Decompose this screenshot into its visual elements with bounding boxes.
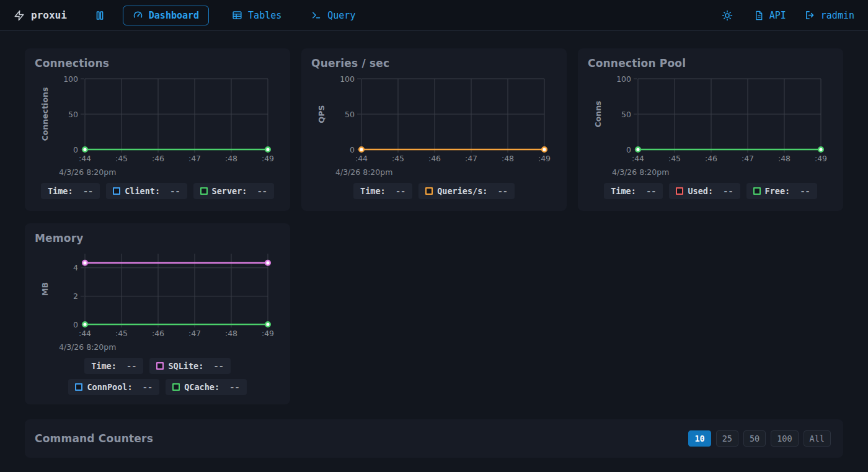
- svg-text::48: :48: [225, 329, 237, 338]
- connections-chart-canvas[interactable]: :44:45:46:47:48:49100500Connections: [25, 73, 290, 166]
- svg-text:50: 50: [68, 110, 78, 119]
- chart-legend: Time: --SQLite: --ConnPool: --QCache: --: [25, 358, 290, 395]
- svg-text::45: :45: [668, 154, 681, 163]
- legend-value: --: [214, 361, 224, 371]
- svg-text:Conns: Conns: [593, 101, 603, 128]
- chart-legend: Time: --Used: --Free: --: [578, 183, 843, 199]
- legend-item[interactable]: SQLite: --: [149, 358, 230, 374]
- tab-query[interactable]: Query: [304, 6, 362, 25]
- svg-text::47: :47: [742, 154, 754, 163]
- series-marker: [676, 187, 683, 195]
- top-navbar: proxui Dashboard Tables: [0, 0, 868, 31]
- page-size-button-25[interactable]: 25: [716, 430, 738, 447]
- legend-item[interactable]: QCache: --: [166, 379, 246, 395]
- svg-text:0: 0: [626, 145, 631, 154]
- pause-button[interactable]: [92, 7, 108, 24]
- card-title: Connections: [35, 57, 290, 69]
- page-size-button-all[interactable]: All: [804, 430, 831, 447]
- series-marker: [200, 187, 208, 195]
- legend-item[interactable]: Time: --: [353, 183, 412, 199]
- svg-text::48: :48: [502, 154, 514, 163]
- legend-item[interactable]: Server: --: [193, 183, 274, 199]
- svg-text:50: 50: [345, 110, 355, 119]
- legend-value: --: [498, 186, 508, 196]
- series-marker: [753, 187, 761, 195]
- nav-tabs: Dashboard Tables Query: [123, 6, 363, 25]
- svg-text:Connections: Connections: [40, 87, 50, 141]
- chart-date-label: 4/3/26 8:20pm: [59, 342, 290, 352]
- legend-label: Server:: [212, 186, 257, 196]
- legend-item[interactable]: Used: --: [669, 183, 740, 199]
- svg-text::44: :44: [355, 154, 368, 163]
- legend-value: --: [257, 186, 267, 196]
- legend-label: Queries/s:: [437, 186, 498, 196]
- tab-tables-label: Tables: [248, 10, 281, 21]
- legend-value: --: [143, 382, 153, 392]
- logout-link[interactable]: radmin: [805, 10, 854, 21]
- svg-text:50: 50: [621, 110, 631, 119]
- svg-text::44: :44: [632, 154, 644, 163]
- tab-tables[interactable]: Tables: [225, 6, 288, 25]
- svg-text::44: :44: [79, 329, 91, 338]
- legend-label: Time:: [360, 186, 396, 196]
- svg-text::47: :47: [188, 329, 201, 338]
- legend-label: Used:: [688, 186, 723, 196]
- svg-text:0: 0: [350, 145, 355, 154]
- legend-label: Client:: [125, 186, 170, 196]
- legend-value: --: [126, 361, 136, 371]
- svg-text::45: :45: [115, 154, 128, 163]
- memory-chart-canvas[interactable]: :44:45:46:47:48:49420MB: [25, 248, 290, 341]
- svg-text::48: :48: [225, 154, 237, 163]
- gauge-icon: [133, 10, 143, 20]
- legend-item[interactable]: Time: --: [41, 183, 100, 199]
- dashboard-content: Connections :44:45:46:47:48:49100500Conn…: [0, 31, 868, 458]
- legend-value: --: [83, 186, 93, 196]
- legend-item[interactable]: ConnPool: --: [68, 379, 159, 395]
- svg-text:0: 0: [73, 320, 78, 329]
- svg-text:MB: MB: [40, 282, 50, 296]
- legend-item[interactable]: Queries/s: --: [418, 183, 515, 199]
- svg-text:100: 100: [616, 74, 631, 84]
- api-link[interactable]: API: [754, 10, 786, 21]
- svg-text:100: 100: [340, 74, 355, 84]
- terminal-icon: [311, 10, 322, 20]
- svg-text:4: 4: [73, 263, 78, 272]
- svg-text::49: :49: [262, 154, 274, 163]
- page-size-buttons: 102550100All: [688, 430, 831, 447]
- page-size-button-50[interactable]: 50: [743, 430, 766, 447]
- brand-name: proxui: [31, 9, 67, 21]
- page-size-button-10[interactable]: 10: [688, 430, 711, 447]
- legend-value: --: [723, 186, 733, 196]
- qps-chart-canvas[interactable]: :44:45:46:47:48:49100500QPS: [301, 73, 567, 166]
- legend-item[interactable]: Free: --: [746, 183, 817, 199]
- card-connection-pool: Connection Pool :44:45:46:47:48:49100500…: [578, 48, 843, 211]
- card-title: Connection Pool: [588, 57, 843, 69]
- series-marker: [172, 383, 180, 391]
- series-marker: [425, 187, 433, 195]
- command-counters-card: Command Counters 102550100All: [25, 419, 843, 458]
- charts-row-1: Connections :44:45:46:47:48:49100500Conn…: [25, 48, 843, 211]
- sun-icon: [722, 10, 733, 21]
- page-size-button-100[interactable]: 100: [771, 430, 798, 447]
- svg-text::45: :45: [392, 154, 404, 163]
- card-title: Queries / sec: [311, 57, 567, 69]
- chart-date-label: 4/3/26 8:20pm: [335, 167, 567, 177]
- api-link-label: API: [769, 10, 786, 21]
- svg-text::45: :45: [115, 329, 128, 338]
- legend-value: --: [229, 382, 239, 392]
- tab-query-label: Query: [327, 10, 355, 21]
- card-connections: Connections :44:45:46:47:48:49100500Conn…: [25, 48, 290, 211]
- legend-value: --: [646, 186, 656, 196]
- series-marker: [113, 187, 120, 195]
- legend-item[interactable]: Client: --: [106, 183, 187, 199]
- svg-text::49: :49: [262, 329, 274, 338]
- legend-item[interactable]: Time: --: [604, 183, 663, 199]
- svg-text::46: :46: [152, 329, 164, 338]
- svg-text:2: 2: [73, 292, 78, 301]
- theme-toggle-button[interactable]: [719, 7, 735, 24]
- legend-label: Time:: [48, 186, 83, 196]
- svg-text::49: :49: [538, 154, 551, 163]
- legend-item[interactable]: Time: --: [84, 358, 143, 374]
- pool-chart-canvas[interactable]: :44:45:46:47:48:49100500Conns: [578, 73, 843, 166]
- tab-dashboard[interactable]: Dashboard: [123, 6, 209, 25]
